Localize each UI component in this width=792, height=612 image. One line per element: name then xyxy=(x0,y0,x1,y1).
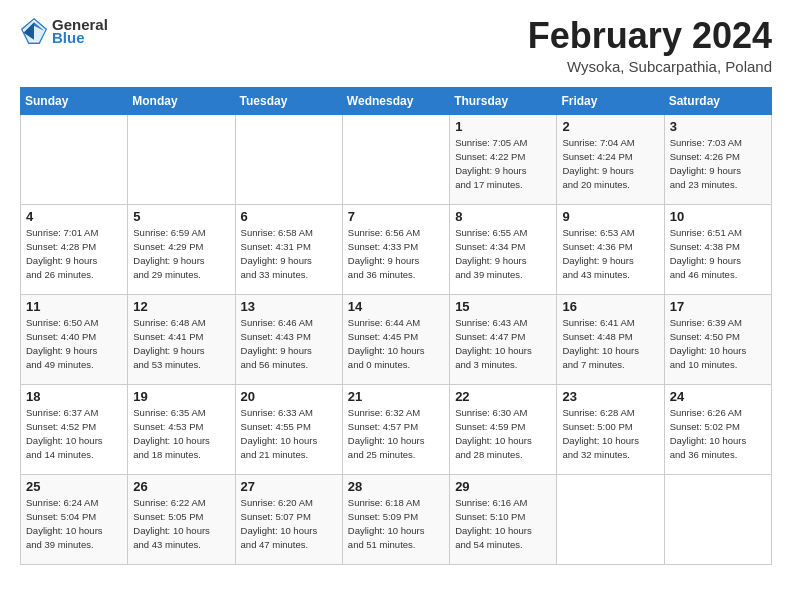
day-info: Sunrise: 6:48 AM Sunset: 4:41 PM Dayligh… xyxy=(133,316,229,373)
day-number: 16 xyxy=(562,299,658,314)
day-number: 27 xyxy=(241,479,337,494)
weekday-header-wednesday: Wednesday xyxy=(342,87,449,114)
week-row-2: 4Sunrise: 7:01 AM Sunset: 4:28 PM Daylig… xyxy=(21,204,772,294)
calendar-cell: 27Sunrise: 6:20 AM Sunset: 5:07 PM Dayli… xyxy=(235,474,342,564)
location-subtitle: Wysoka, Subcarpathia, Poland xyxy=(528,58,772,75)
calendar-cell: 8Sunrise: 6:55 AM Sunset: 4:34 PM Daylig… xyxy=(450,204,557,294)
day-number: 2 xyxy=(562,119,658,134)
calendar-cell: 10Sunrise: 6:51 AM Sunset: 4:38 PM Dayli… xyxy=(664,204,771,294)
calendar-cell: 3Sunrise: 7:03 AM Sunset: 4:26 PM Daylig… xyxy=(664,114,771,204)
logo-text-block: General Blue xyxy=(52,16,108,46)
day-number: 10 xyxy=(670,209,766,224)
week-row-3: 11Sunrise: 6:50 AM Sunset: 4:40 PM Dayli… xyxy=(21,294,772,384)
day-number: 18 xyxy=(26,389,122,404)
day-info: Sunrise: 6:51 AM Sunset: 4:38 PM Dayligh… xyxy=(670,226,766,283)
page-header: General Blue February 2024 Wysoka, Subca… xyxy=(20,16,772,75)
logo: General Blue xyxy=(20,16,108,46)
day-info: Sunrise: 7:03 AM Sunset: 4:26 PM Dayligh… xyxy=(670,136,766,193)
day-number: 23 xyxy=(562,389,658,404)
calendar-cell xyxy=(235,114,342,204)
weekday-header-thursday: Thursday xyxy=(450,87,557,114)
calendar-cell: 7Sunrise: 6:56 AM Sunset: 4:33 PM Daylig… xyxy=(342,204,449,294)
day-info: Sunrise: 7:01 AM Sunset: 4:28 PM Dayligh… xyxy=(26,226,122,283)
calendar-cell: 26Sunrise: 6:22 AM Sunset: 5:05 PM Dayli… xyxy=(128,474,235,564)
day-info: Sunrise: 6:55 AM Sunset: 4:34 PM Dayligh… xyxy=(455,226,551,283)
weekday-header-monday: Monday xyxy=(128,87,235,114)
calendar-cell: 4Sunrise: 7:01 AM Sunset: 4:28 PM Daylig… xyxy=(21,204,128,294)
day-info: Sunrise: 6:24 AM Sunset: 5:04 PM Dayligh… xyxy=(26,496,122,553)
calendar-cell: 28Sunrise: 6:18 AM Sunset: 5:09 PM Dayli… xyxy=(342,474,449,564)
header-row: SundayMondayTuesdayWednesdayThursdayFrid… xyxy=(21,87,772,114)
week-row-4: 18Sunrise: 6:37 AM Sunset: 4:52 PM Dayli… xyxy=(21,384,772,474)
weekday-header-sunday: Sunday xyxy=(21,87,128,114)
calendar-cell xyxy=(342,114,449,204)
day-info: Sunrise: 6:37 AM Sunset: 4:52 PM Dayligh… xyxy=(26,406,122,463)
day-info: Sunrise: 6:43 AM Sunset: 4:47 PM Dayligh… xyxy=(455,316,551,373)
day-info: Sunrise: 6:30 AM Sunset: 4:59 PM Dayligh… xyxy=(455,406,551,463)
calendar-cell: 14Sunrise: 6:44 AM Sunset: 4:45 PM Dayli… xyxy=(342,294,449,384)
logo-icon xyxy=(20,17,48,45)
day-number: 9 xyxy=(562,209,658,224)
weekday-header-saturday: Saturday xyxy=(664,87,771,114)
calendar-cell: 19Sunrise: 6:35 AM Sunset: 4:53 PM Dayli… xyxy=(128,384,235,474)
day-info: Sunrise: 6:56 AM Sunset: 4:33 PM Dayligh… xyxy=(348,226,444,283)
day-info: Sunrise: 7:04 AM Sunset: 4:24 PM Dayligh… xyxy=(562,136,658,193)
day-number: 19 xyxy=(133,389,229,404)
day-number: 14 xyxy=(348,299,444,314)
day-number: 25 xyxy=(26,479,122,494)
day-info: Sunrise: 7:05 AM Sunset: 4:22 PM Dayligh… xyxy=(455,136,551,193)
calendar-cell: 1Sunrise: 7:05 AM Sunset: 4:22 PM Daylig… xyxy=(450,114,557,204)
calendar-cell xyxy=(21,114,128,204)
week-row-5: 25Sunrise: 6:24 AM Sunset: 5:04 PM Dayli… xyxy=(21,474,772,564)
week-row-1: 1Sunrise: 7:05 AM Sunset: 4:22 PM Daylig… xyxy=(21,114,772,204)
day-info: Sunrise: 6:50 AM Sunset: 4:40 PM Dayligh… xyxy=(26,316,122,373)
day-info: Sunrise: 6:26 AM Sunset: 5:02 PM Dayligh… xyxy=(670,406,766,463)
calendar-table: SundayMondayTuesdayWednesdayThursdayFrid… xyxy=(20,87,772,565)
day-number: 22 xyxy=(455,389,551,404)
calendar-cell: 16Sunrise: 6:41 AM Sunset: 4:48 PM Dayli… xyxy=(557,294,664,384)
calendar-cell: 20Sunrise: 6:33 AM Sunset: 4:55 PM Dayli… xyxy=(235,384,342,474)
calendar-cell: 13Sunrise: 6:46 AM Sunset: 4:43 PM Dayli… xyxy=(235,294,342,384)
day-info: Sunrise: 6:18 AM Sunset: 5:09 PM Dayligh… xyxy=(348,496,444,553)
calendar-cell xyxy=(557,474,664,564)
day-number: 17 xyxy=(670,299,766,314)
calendar-cell: 9Sunrise: 6:53 AM Sunset: 4:36 PM Daylig… xyxy=(557,204,664,294)
calendar-cell: 18Sunrise: 6:37 AM Sunset: 4:52 PM Dayli… xyxy=(21,384,128,474)
calendar-cell xyxy=(128,114,235,204)
day-number: 28 xyxy=(348,479,444,494)
day-number: 3 xyxy=(670,119,766,134)
calendar-cell: 17Sunrise: 6:39 AM Sunset: 4:50 PM Dayli… xyxy=(664,294,771,384)
day-info: Sunrise: 6:16 AM Sunset: 5:10 PM Dayligh… xyxy=(455,496,551,553)
calendar-cell: 11Sunrise: 6:50 AM Sunset: 4:40 PM Dayli… xyxy=(21,294,128,384)
calendar-cell: 12Sunrise: 6:48 AM Sunset: 4:41 PM Dayli… xyxy=(128,294,235,384)
calendar-cell: 6Sunrise: 6:58 AM Sunset: 4:31 PM Daylig… xyxy=(235,204,342,294)
title-block: February 2024 Wysoka, Subcarpathia, Pola… xyxy=(528,16,772,75)
day-number: 7 xyxy=(348,209,444,224)
weekday-header-friday: Friday xyxy=(557,87,664,114)
calendar-cell: 24Sunrise: 6:26 AM Sunset: 5:02 PM Dayli… xyxy=(664,384,771,474)
calendar-cell: 2Sunrise: 7:04 AM Sunset: 4:24 PM Daylig… xyxy=(557,114,664,204)
day-number: 11 xyxy=(26,299,122,314)
calendar-cell xyxy=(664,474,771,564)
day-info: Sunrise: 6:59 AM Sunset: 4:29 PM Dayligh… xyxy=(133,226,229,283)
day-info: Sunrise: 6:28 AM Sunset: 5:00 PM Dayligh… xyxy=(562,406,658,463)
day-info: Sunrise: 6:39 AM Sunset: 4:50 PM Dayligh… xyxy=(670,316,766,373)
day-number: 13 xyxy=(241,299,337,314)
weekday-header-tuesday: Tuesday xyxy=(235,87,342,114)
day-number: 26 xyxy=(133,479,229,494)
day-number: 1 xyxy=(455,119,551,134)
day-info: Sunrise: 6:53 AM Sunset: 4:36 PM Dayligh… xyxy=(562,226,658,283)
day-info: Sunrise: 6:44 AM Sunset: 4:45 PM Dayligh… xyxy=(348,316,444,373)
day-number: 4 xyxy=(26,209,122,224)
month-year-title: February 2024 xyxy=(528,16,772,56)
day-number: 20 xyxy=(241,389,337,404)
day-number: 6 xyxy=(241,209,337,224)
day-info: Sunrise: 6:33 AM Sunset: 4:55 PM Dayligh… xyxy=(241,406,337,463)
day-number: 8 xyxy=(455,209,551,224)
day-number: 21 xyxy=(348,389,444,404)
day-number: 29 xyxy=(455,479,551,494)
day-number: 12 xyxy=(133,299,229,314)
calendar-cell: 23Sunrise: 6:28 AM Sunset: 5:00 PM Dayli… xyxy=(557,384,664,474)
day-info: Sunrise: 6:46 AM Sunset: 4:43 PM Dayligh… xyxy=(241,316,337,373)
calendar-cell: 29Sunrise: 6:16 AM Sunset: 5:10 PM Dayli… xyxy=(450,474,557,564)
